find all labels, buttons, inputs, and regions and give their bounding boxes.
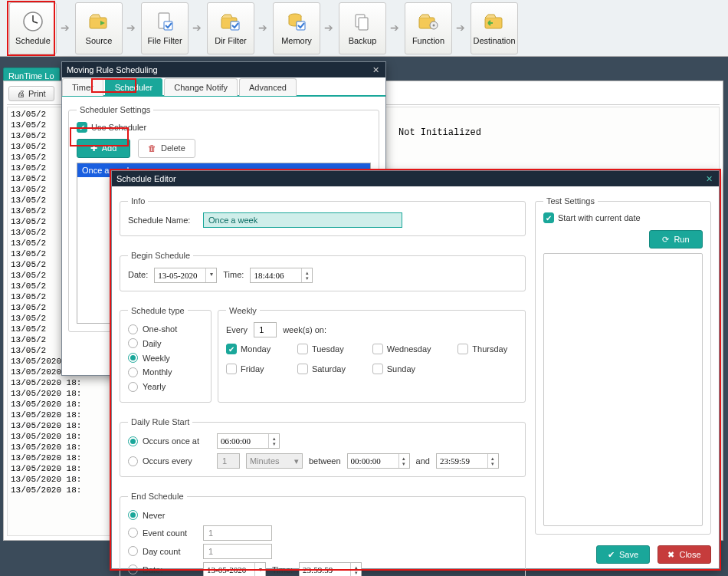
- spinner-icon[interactable]: ▴▾: [350, 563, 361, 576]
- print-button[interactable]: 🖨 Print: [8, 86, 54, 101]
- tab-advanced[interactable]: Advanced: [239, 78, 297, 96]
- test-output[interactable]: [543, 253, 703, 526]
- occurs-every-unit: Minutes▾: [246, 453, 303, 469]
- toolbar-backup-label: Backup: [349, 35, 377, 46]
- type-monthly[interactable]: Monthly: [128, 367, 172, 377]
- info-group: Info Schedule Name:: [120, 196, 526, 236]
- toolbar-destination-label: Destination: [473, 35, 515, 46]
- event-count-value[interactable]: [203, 525, 272, 541]
- end-date-value[interactable]: [204, 565, 254, 574]
- end-time-value[interactable]: [300, 565, 350, 574]
- printer-icon: 🖨: [17, 88, 25, 99]
- chevron-down-icon: ▾: [294, 456, 299, 466]
- close-button[interactable]: ✖ Close: [657, 545, 711, 564]
- run-button[interactable]: ⟳ Run: [649, 230, 703, 249]
- main-toolbar: Schedule ➔ Source ➔ File Filter ➔ Dir Fi…: [0, 0, 728, 57]
- add-button[interactable]: ✚ Add: [77, 139, 130, 157]
- day-saturday-label: Saturday: [312, 364, 346, 374]
- type-daily-label: Daily: [143, 338, 161, 349]
- use-scheduler-checkbox[interactable]: ✔ Use Scheduler: [77, 122, 146, 133]
- toolbar-backup[interactable]: Backup: [339, 2, 386, 54]
- tab-change-notify[interactable]: Change Notify: [164, 78, 238, 96]
- end-never-label: Never: [143, 510, 165, 521]
- spinner-icon[interactable]: ▴▾: [487, 454, 498, 468]
- file-check-icon: [152, 9, 177, 34]
- clock-icon: [21, 9, 45, 34]
- editor-titlebar[interactable]: Schedule Editor ✕: [112, 171, 719, 186]
- toolbar-file-filter[interactable]: File Filter: [141, 2, 189, 54]
- trash-icon: 🗑: [148, 143, 156, 153]
- toolbar-source[interactable]: Source: [75, 2, 123, 54]
- type-one-shot-label: One-shot: [143, 324, 177, 334]
- folder-in-icon: [87, 9, 111, 34]
- end-event-count-label: Event count: [143, 528, 187, 538]
- between-to-value[interactable]: [437, 456, 487, 466]
- every-suf: week(s) on:: [283, 324, 326, 335]
- end-date-radio[interactable]: Date:: [128, 564, 197, 575]
- day-saturday[interactable]: ✔Saturday: [297, 364, 356, 374]
- day-wednesday-label: Wednesday: [387, 344, 431, 354]
- toolbar-destination[interactable]: Destination: [471, 2, 518, 54]
- day-friday[interactable]: ✔Friday: [226, 364, 280, 374]
- start-current-date-checkbox[interactable]: ✔ Start with current date: [543, 212, 703, 223]
- check-icon: ✔: [77, 122, 87, 133]
- schedule-type-group: Schedule type One-shot Daily Weekly Mont…: [120, 305, 212, 403]
- toolbar-dir-filter-label: Dir Filter: [215, 35, 247, 46]
- begin-date-input[interactable]: ▾: [154, 268, 217, 283]
- occurs-every-radio[interactable]: Occurs every: [128, 456, 211, 466]
- day-monday[interactable]: ✔Monday: [226, 344, 280, 354]
- toolbar-schedule[interactable]: Schedule: [9, 2, 57, 54]
- type-daily[interactable]: Daily: [128, 338, 161, 349]
- spinner-icon[interactable]: ▴▾: [268, 434, 279, 448]
- svg-point-14: [433, 25, 435, 27]
- window-titlebar[interactable]: Moving Rule Scheduling ✕: [62, 62, 385, 77]
- weekly-legend: Weekly: [226, 305, 260, 316]
- toolbar-memory[interactable]: Memory: [273, 2, 320, 54]
- occurs-once-radio[interactable]: Occurs once at: [128, 436, 211, 446]
- delete-button[interactable]: 🗑 Delete: [138, 139, 195, 157]
- end-event-count[interactable]: Event count: [128, 528, 197, 538]
- schedule-name-input[interactable]: [203, 212, 402, 228]
- daily-rule-legend: Daily Rule Start: [128, 416, 192, 427]
- save-button[interactable]: ✔ Save: [596, 545, 650, 564]
- day-monday-label: Monday: [241, 344, 271, 354]
- between-from[interactable]: ▴▾: [347, 453, 410, 469]
- day-sunday[interactable]: ✔Sunday: [372, 364, 441, 374]
- end-time-input[interactable]: ▴▾: [299, 562, 362, 576]
- chevron-down-icon[interactable]: ▾: [254, 563, 265, 576]
- refresh-icon: ⟳: [662, 234, 669, 245]
- day-wednesday[interactable]: ✔Wednesday: [372, 344, 441, 354]
- type-yearly[interactable]: Yearly: [128, 381, 166, 392]
- day-tuesday[interactable]: ✔Tuesday: [297, 344, 356, 354]
- toolbar-function[interactable]: Function: [405, 2, 452, 54]
- between-to[interactable]: ▴▾: [436, 453, 499, 469]
- spinner-icon[interactable]: ▴▾: [301, 268, 312, 282]
- type-one-shot[interactable]: One-shot: [128, 324, 177, 334]
- tab-timer[interactable]: Timer: [62, 78, 103, 96]
- every-value[interactable]: [254, 322, 277, 337]
- check-icon: ✔: [372, 344, 383, 354]
- and-label: and: [416, 456, 430, 466]
- type-weekly[interactable]: Weekly: [128, 353, 170, 364]
- close-icon[interactable]: ✕: [370, 64, 381, 75]
- close-icon: ✖: [667, 549, 674, 560]
- chevron-down-icon[interactable]: ▾: [205, 268, 216, 282]
- start-current-date-label: Start with current date: [558, 212, 641, 223]
- occurs-once-time[interactable]: ▴▾: [217, 433, 280, 449]
- occurs-every-label: Occurs every: [143, 456, 192, 466]
- occurs-once-value[interactable]: [218, 436, 268, 446]
- end-never[interactable]: Never: [128, 510, 165, 521]
- begin-date-value[interactable]: [155, 271, 205, 280]
- tab-scheduler[interactable]: Scheduler: [105, 78, 163, 96]
- end-date-input[interactable]: ▾: [203, 562, 266, 576]
- day-friday-label: Friday: [241, 364, 264, 374]
- begin-time-input[interactable]: ▴▾: [250, 268, 313, 283]
- between-from-value[interactable]: [348, 456, 398, 466]
- run-label: Run: [674, 234, 689, 245]
- spinner-icon[interactable]: ▴▾: [398, 454, 409, 468]
- toolbar-dir-filter[interactable]: Dir Filter: [207, 2, 254, 54]
- plus-icon: ✚: [90, 143, 97, 153]
- day-thursday[interactable]: ✔Thursday: [457, 344, 517, 354]
- begin-time-value[interactable]: [251, 271, 301, 280]
- close-icon[interactable]: ✕: [703, 173, 714, 184]
